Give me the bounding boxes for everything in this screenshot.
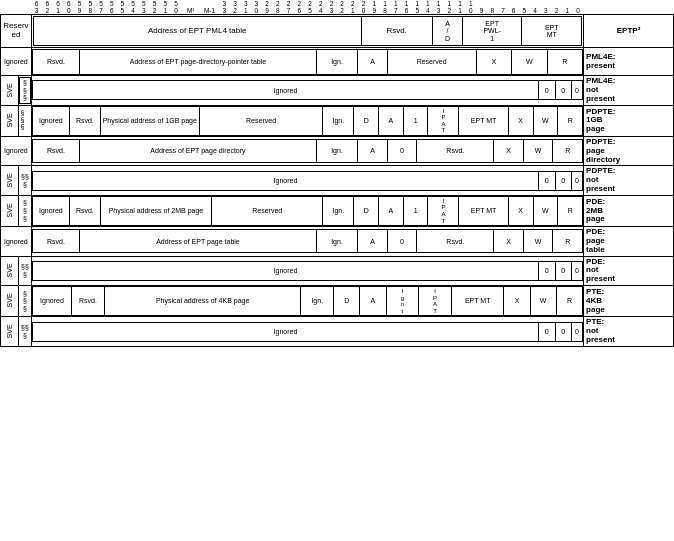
eptp-a: A/D (433, 17, 463, 46)
pml4e-reserved2: Reserved (387, 49, 476, 74)
pml4e-x: X (476, 49, 512, 74)
pdpte-pgdir-x: X (494, 140, 524, 163)
pte-4kb-ign: Ign. (301, 286, 334, 315)
pde-2mb-a: A (379, 196, 404, 225)
pde-pgtable-addr: Address of EPT page table (80, 230, 317, 253)
pde-np-0b: 0 (555, 261, 572, 280)
pde-pgtable-row: Ignored Rsvd. Address of EPT page table … (1, 227, 674, 256)
pml4e-address: Address of EPT page-directory-pointer ta… (80, 49, 317, 74)
pde-pgtable-ignored: Ignored (1, 227, 32, 256)
pdpte-pgdir-0: 0 (387, 140, 417, 163)
pdpte-1gb-w: W (533, 106, 558, 135)
pte-not-present-label: PTE:notpresent (584, 317, 674, 346)
pdpte-1gb-1: 1 (403, 106, 428, 135)
pte-4kb-w: W (530, 286, 556, 315)
pde-2mb-ign: Ign. (323, 196, 354, 225)
pde-2mb-label: PDE:2MBpage (584, 195, 674, 226)
ept-table: 63 62 61 60 59 58 57 56 55 54 53 52 51 5… (0, 0, 674, 347)
pdpte-np-0c: 0 (572, 171, 583, 190)
pdpte-np-0a: 0 (539, 171, 556, 190)
pde-not-present-label: PDE:notpresent (584, 256, 674, 285)
pde-pgtable-r: R (553, 230, 583, 253)
pdpte-1gb-x: X (508, 106, 533, 135)
pml4e-ignored: Ignored (1, 48, 32, 76)
pml4e-np-0c: 0 (572, 81, 583, 100)
pte-np-0a: 0 (539, 322, 556, 341)
pde-pgtable-rsvd2: Rsvd. (417, 230, 494, 253)
pdpte-pgdir-row: Ignored Rsvd. Address of EPT page direct… (1, 137, 674, 166)
pde-np-sect: §§§ (18, 256, 31, 285)
pte-np-0b: 0 (555, 322, 572, 341)
pte-4kb-sve: SVE (1, 285, 19, 316)
pde-pgtable-0: 0 (387, 230, 417, 253)
pml4e-r: R (547, 49, 583, 74)
pde-2mb-row: SVE §§§ Ignored Rsvd. Physical address o… (1, 195, 674, 226)
pdpte-np-sect: §§§ (18, 166, 31, 195)
pdpte-1gb-ignored: Ignored (32, 106, 69, 135)
pdpte-not-present-row: SVE §§§ Ignored 0 0 0 PDPTE:notpresent (1, 166, 674, 195)
pte-4kb-phys: Physical address of 4KB page (104, 286, 301, 315)
pte-4kb-eptmt: EPT MT (451, 286, 503, 315)
pdpte-pgdir-a: A (358, 140, 388, 163)
pte-4kb-ignored: Ignored (32, 286, 71, 315)
pde-np-0c: 0 (572, 261, 583, 280)
pte-4kb-label: PTE:4KBpage (584, 285, 674, 316)
pde-not-present-row: SVE §§§ Ignored 0 0 0 PDE:notpresent (1, 256, 674, 285)
pdpte-sve: SVE (1, 105, 19, 136)
pml4e-np-0b: 0 (555, 81, 572, 100)
pte-np-0c: 0 (572, 322, 583, 341)
pde-2mb-ignored: Ignored (32, 196, 69, 225)
pde-2mb-d: D (354, 196, 379, 225)
pde-2mb-x: X (508, 196, 533, 225)
pte-np-sve: SVE (1, 317, 19, 346)
pml4e-ign: Ign. (316, 49, 357, 74)
eptp-label: EPTP² (584, 15, 674, 48)
pde-2mb-r: R (558, 196, 583, 225)
pml4e-np-ignored: Ignored (32, 81, 538, 100)
pde-2mb-rsvd: Rsvd. (69, 196, 100, 225)
pte-not-present-row: SVE §§§ Ignored 0 0 0 PTE:notpresent (1, 317, 674, 346)
pte-np-sect: §§§ (18, 317, 31, 346)
pml4e-not-present-label: PML4E:notpresent (584, 76, 674, 105)
pdpte-1gb-reserved: Reserved (199, 106, 323, 135)
pml4e-a: A (358, 49, 388, 74)
pdpte-pgdir-label: PDPTE:pagedirectory (584, 137, 674, 166)
eptp-rsvd: Rsvd. (361, 17, 433, 46)
pte-4kb-ignt: Ignt (386, 286, 419, 315)
pte-np-ignored: Ignored (32, 322, 538, 341)
pte-4kb-row: SVE §§§ Ignored Rsvd. Physical address o… (1, 285, 674, 316)
pdpte-1gb-row: SVE §§§ Ignored Rsvd. Physical address o… (1, 105, 674, 136)
pdpte-np-sve: SVE (1, 166, 19, 195)
pdpte-1gb-phys: Physical address of 1GB page (100, 106, 199, 135)
pdpte-1gb-ipat: IPAT (428, 106, 459, 135)
eptp-reserved: Reserved (1, 15, 32, 48)
pde-2mb-ipat: IPAT (428, 196, 459, 225)
pde-np-sve: SVE (1, 256, 19, 285)
eptp-row: Reserved Address of EPT PML4 table Rsvd.… (1, 15, 674, 48)
pdpte-1gb-ign: Ign. (323, 106, 354, 135)
pde-pgtable-ign: Ign. (316, 230, 357, 253)
pdpte-1gb-a: A (379, 106, 404, 135)
pde-2mb-w: W (533, 196, 558, 225)
pte-4kb-ipat: IPAT (419, 286, 452, 315)
eptp-mt: EPTMT (522, 17, 582, 46)
eptp-address: Address of EPT PML4 table (33, 17, 361, 46)
pte-4kb-d: D (334, 286, 360, 315)
pde-pgtable-label: PDE:pagetable (584, 227, 674, 256)
pml4e-present-label: PML4E:present (584, 48, 674, 76)
pde-pgtable-w: W (523, 230, 553, 253)
pde-pgtable-rsvd: Rsvd. (32, 230, 79, 253)
pml4e-not-present-row: SVE §§§ Ignored 0 0 0 PML4 (1, 76, 674, 105)
pdpte-pgdir-rsvd: Rsvd. (32, 140, 79, 163)
pdpte-1gb-label: PDPTE:1GBpage (584, 105, 674, 136)
pde-2mb-sve: SVE (1, 195, 19, 226)
pml4e-rsvd: Rsvd. (32, 49, 79, 74)
pde-np-0a: 0 (539, 261, 556, 280)
pdpte-1gb-r: R (558, 106, 583, 135)
pde-np-ignored: Ignored (32, 261, 538, 280)
pdpte-np-0b: 0 (555, 171, 572, 190)
pdpte-pgdir-ign: Ign. (316, 140, 357, 163)
pdpte-pgdir-w: W (523, 140, 553, 163)
pte-4kb-rsvd: Rsvd. (72, 286, 105, 315)
pde-2mb-1: 1 (403, 196, 428, 225)
